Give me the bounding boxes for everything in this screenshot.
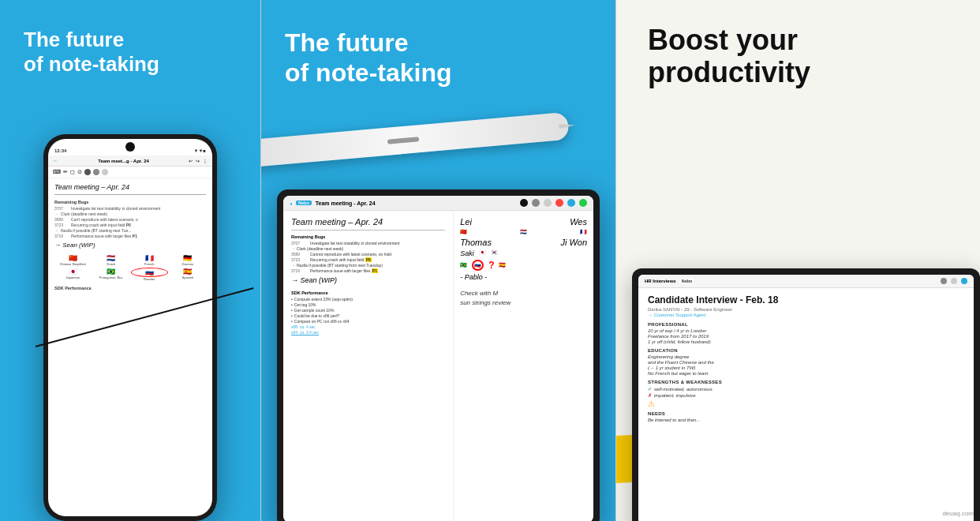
flag-dutch: 🇳🇱 Dutch — [93, 254, 130, 266]
tab-sdk-label: SDK Performance — [291, 290, 445, 295]
color-green-tablet[interactable] — [579, 199, 587, 207]
bug-3719: 3719 Performance issue with larger files… — [54, 234, 206, 238]
phone-redo[interactable]: ↪ — [196, 159, 200, 163]
arrow-icon-nazila: → — [54, 228, 58, 233]
phone-icons: ▼▼■ — [193, 148, 206, 153]
color-light-tablet[interactable] — [544, 199, 552, 207]
name-jiwon: Ji Won — [560, 238, 587, 247]
doc-candidate-role: → Customer Support Agent — [648, 313, 964, 317]
phone-undo[interactable]: ↩ — [189, 159, 193, 163]
tool-keyboard[interactable]: ⌨ — [53, 169, 61, 175]
color-black-tablet[interactable] — [520, 199, 528, 207]
tab-bug-text-3589: Cannot reproduce with latest scenario, o… — [310, 252, 391, 257]
flag-es-emoji: 🇪🇸 — [170, 268, 207, 275]
tablet-back[interactable]: ◂ — [290, 201, 292, 206]
nebo-badge-tablet: Nebo — [296, 201, 312, 205]
flag-ru-t: 🇷🇺 — [472, 260, 484, 271]
tab-sean-line: → Sean (WIP) — [291, 276, 445, 284]
color-light[interactable] — [102, 169, 108, 175]
phone-screen: 12:34 ▼▼■ ← Team meet...g - Apr. 24 ↩ ↪ … — [48, 139, 212, 516]
edu-line-4: No French but eager to learn — [648, 371, 964, 376]
doc-color-2 — [951, 278, 957, 284]
edu-line-3: (→ 1 yr student in TW) — [648, 365, 964, 370]
flag-br-t: 🇧🇷 — [460, 262, 467, 268]
color-gray[interactable] — [93, 169, 99, 175]
tablet-inner: HR Interviews Nebo Candidate Interview -… — [638, 275, 974, 521]
tablet-container: ◂ Nebo Team meeting - Apr. 24 Team meeti… — [277, 189, 600, 521]
panel-1: The future of note-taking 12:34 ▼▼■ ← Te… — [0, 0, 260, 521]
bug-3707: 3707 Investigate list test instability i… — [54, 206, 206, 211]
panel3-heading-line2: productivity — [648, 56, 810, 88]
bug-clark: → Clark (deadline next week) — [54, 212, 206, 216]
strength-check-1: ✓ self-motivated, autonomous — [648, 386, 964, 392]
warning-icon: ⚠ — [648, 399, 964, 408]
bug-text-3719: Performance issue with larger files P1 — [71, 234, 137, 238]
section-needs-label: NEEDS — [648, 411, 964, 416]
flag-kr-t: 🇰🇷 — [491, 249, 498, 257]
tab-sdk-4: • Could be due to x86 perf? — [291, 313, 445, 318]
flag-de-label: German — [182, 262, 193, 266]
tab-bug-nazila: → Nazila if possible (BT starting from n… — [291, 263, 445, 268]
arrow-nazila-tablet: → — [291, 263, 295, 268]
name-thomas: Thomas — [460, 238, 492, 247]
arrow-icon-clark: → — [54, 212, 58, 216]
flag-portuguese: 🇧🇷 Portuguese, Bra. — [93, 268, 130, 281]
phone-toolbar: ← Team meet...g - Apr. 24 ↩ ↪ ⋮ — [48, 156, 212, 167]
doc-container: HR Interviews Nebo Candidate Interview -… — [632, 166, 980, 521]
name-row-1: Lei Wes — [458, 215, 589, 229]
panel2-heading: The future of note-taking — [285, 28, 452, 88]
tab-nazila-text: Nazila if possible (BT starting from nex… — [297, 263, 383, 268]
name-lei: Lei — [460, 217, 472, 227]
flag-fr-emoji: 🇫🇷 — [131, 254, 168, 262]
bug-text-3723: Recurring crash with input field P0 — [71, 223, 131, 227]
phone-more[interactable]: ⋮ — [203, 159, 208, 163]
flag-jp-t: 🇯🇵 — [479, 249, 486, 257]
tablet-note-area: Team meeting – Apr. 24 Remaining Bugs 37… — [283, 211, 454, 521]
color-gray-tablet[interactable] — [532, 199, 540, 207]
check-yes-icon: ✓ — [648, 386, 652, 392]
tablet-content: Team meeting – Apr. 24 Remaining Bugs 37… — [283, 211, 593, 521]
question-mark: ? — [488, 260, 494, 271]
panel1-heading-line1: The future — [24, 28, 159, 52]
edu-line-2: and the Fluent Chinese and the — [648, 360, 964, 365]
doc-toolbar-title: HR Interviews — [645, 279, 676, 283]
phone-back-btn[interactable]: ← — [53, 158, 58, 163]
prof-line-1: 10 yr of exp / 4 yr in London — [648, 328, 964, 333]
tab-bug-3589: 3589 Cannot reproduce with latest scenar… — [291, 252, 445, 257]
watermark: deuaq.com — [942, 510, 974, 517]
flag-es-t: 🇪🇸 — [499, 262, 506, 268]
flag-br-label: Portuguese, Bra. — [99, 275, 123, 279]
strength-text-1: self-motivated, autonomous — [654, 387, 713, 392]
prof-line-2: Freelance from 2017 to 2019 — [648, 334, 964, 339]
tool-lasso[interactable]: ⊙ — [77, 169, 82, 175]
tablet-toolbar: ◂ Nebo Team meeting - Apr. 24 — [283, 196, 593, 211]
doc-toolbar: HR Interviews Nebo — [638, 275, 974, 288]
tab-bug-text-3707: Investigate list test instability in clo… — [310, 241, 399, 246]
bug-text-3707: Investigate list test instability in clo… — [71, 206, 160, 211]
tab-bug-num-3589: 3589 — [291, 252, 309, 257]
flag-es-label: Spanish — [182, 275, 193, 279]
phone-flag-grid: 🇨🇳 Chinese Simplified 🇳🇱 Dutch 🇫🇷 French — [54, 252, 206, 283]
bug-nazila-text: Nazila if possible (BT starting next Tue… — [61, 228, 131, 233]
color-blue-tablet[interactable] — [567, 199, 575, 207]
tool-eraser[interactable]: ◻ — [70, 169, 75, 175]
tablet-screen: ◂ Nebo Team meeting - Apr. 24 Team meeti… — [283, 196, 593, 521]
color-red-tablet[interactable] — [555, 199, 563, 207]
arrow-clark-tablet: → — [291, 246, 295, 251]
tab-clark-text: Clark (deadline next week) — [297, 246, 343, 251]
phone-time: 12:34 — [54, 148, 66, 153]
doc-main-title: Candidate Interview - Feb. 18 — [648, 294, 964, 305]
panel2-heading-line2: of note-taking — [285, 58, 452, 88]
name-wes: Wes — [570, 217, 587, 227]
flag-jp-label: Japanese — [66, 275, 80, 279]
tool-pen[interactable]: ✏ — [63, 169, 68, 175]
color-black[interactable] — [84, 169, 91, 175]
panel1-heading-line2: of note-taking — [24, 52, 159, 77]
tab-bug-text-3719: Performance issue with larger files P1 — [310, 268, 378, 273]
tab-bug-num-3707: 3707 — [291, 241, 309, 246]
flag-cn-emoji: 🇨🇳 — [54, 254, 92, 262]
bug-3589: 3589 Can't reproduce with latest scenari… — [54, 217, 206, 222]
flag-fr-label: French — [144, 262, 154, 266]
bug-clark-text: Clark (deadline next week) — [61, 212, 107, 216]
tablet-title: Team meeting - Apr. 24 — [316, 201, 516, 206]
